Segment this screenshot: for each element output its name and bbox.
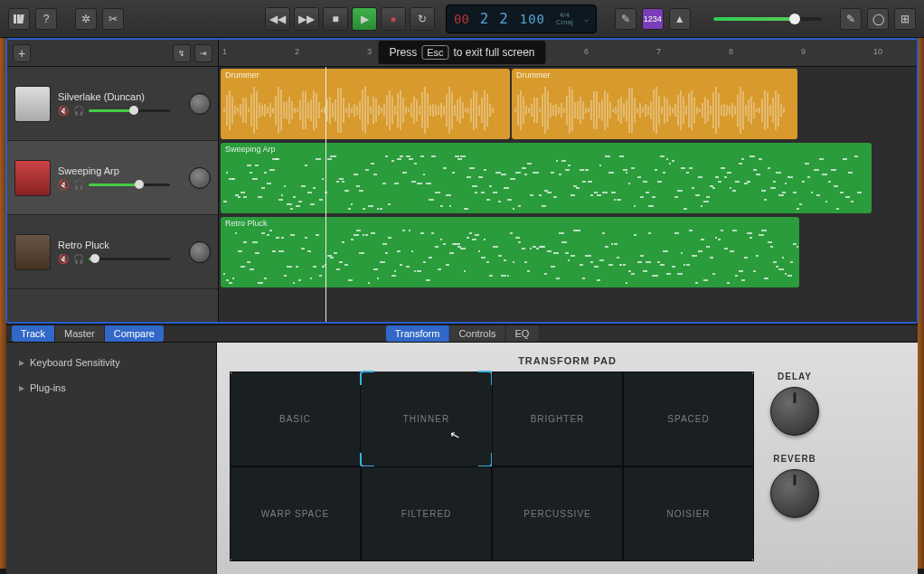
transform-pad-panel: TRANSFORM PAD BASICTHINNERBRIGHTERSPACED… <box>217 343 918 574</box>
track-instrument-icon <box>14 160 51 196</box>
quick-help-button[interactable]: ? <box>35 8 57 30</box>
center-tab-segment: TransformControlsEQ <box>386 325 539 342</box>
track-headers-column: Silverlake (Duncan) 🔇 🎧 Sweeping Arp 🔇 🎧… <box>7 67 219 322</box>
smart-controls-button[interactable]: ✲ <box>75 8 97 30</box>
lcd-key: Cmaj <box>556 19 573 26</box>
record-button[interactable]: ● <box>381 7 406 31</box>
track-instrument-icon <box>14 234 51 270</box>
editors-button[interactable]: ✂ <box>102 8 124 30</box>
track-header-0[interactable]: Silverlake (Duncan) 🔇 🎧 <box>7 67 218 141</box>
region-label: Sweeping Arp <box>225 145 276 154</box>
track-volume-slider[interactable] <box>89 183 170 186</box>
stop-button[interactable]: ■ <box>323 7 348 31</box>
automation-button[interactable]: ↯ <box>173 44 191 62</box>
tab-transform[interactable]: Transform <box>386 325 450 342</box>
playhead[interactable] <box>325 67 326 322</box>
mute-icon[interactable]: 🔇 <box>58 254 69 265</box>
tab-controls[interactable]: Controls <box>449 325 505 342</box>
track-name-label: Retro Pluck <box>58 240 178 250</box>
track-name-label: Silverlake (Duncan) <box>58 91 178 102</box>
lcd-display[interactable]: 00 2 2 100 4/4Cmaj ⌵ <box>446 5 597 33</box>
rewind-button[interactable]: ◀◀ <box>265 7 290 31</box>
cycle-button[interactable]: ↻ <box>410 7 435 31</box>
pad-cell-noisier[interactable]: NOISIER <box>623 466 754 561</box>
forward-button[interactable]: ▶▶ <box>294 7 319 31</box>
media-browser-button[interactable]: ⊞ <box>894 8 916 30</box>
smart-controls-panel: TrackMasterCompare TransformControlsEQ K… <box>6 325 918 569</box>
metronome-button[interactable]: ▲ <box>669 8 691 30</box>
pad-cell-percussive[interactable]: PERCUSSIVE <box>492 466 623 561</box>
smart-tabs-row: TrackMasterCompare TransformControlsEQ <box>6 325 918 343</box>
esc-key-icon: Esc <box>421 45 448 60</box>
fullscreen-hint: Press Esc to exit full screen <box>378 41 545 64</box>
pan-knob[interactable] <box>189 167 211 189</box>
track-header-1[interactable]: Sweeping Arp 🔇 🎧 <box>7 141 218 215</box>
transform-pad-title: TRANSFORM PAD <box>230 355 905 366</box>
retro-pluck-region[interactable]: Retro Pluck <box>221 217 799 287</box>
pad-cell-warp-space[interactable]: WARP SPACE <box>230 466 361 561</box>
pad-cell-filtered[interactable]: FILTERED <box>361 466 492 561</box>
delay-label: DELAY <box>778 372 812 381</box>
track-volume-slider[interactable] <box>89 258 170 260</box>
pad-cell-spaced[interactable]: SPACED <box>623 372 754 466</box>
transform-pad-grid[interactable]: BASICTHINNERBRIGHTERSPACEDWARP SPACEFILT… <box>230 372 754 561</box>
loop-browser-button[interactable]: ◯ <box>867 8 889 30</box>
arrangement-timeline[interactable]: Drummer Drummer Sweeping Arp Retro Pluck <box>219 67 917 322</box>
delay-knob[interactable] <box>770 387 819 436</box>
smart-sidebar: Keyboard SensitivityPlug-ins <box>6 343 217 574</box>
sweeping-arp-region[interactable]: Sweeping Arp <box>221 143 872 213</box>
count-in-button[interactable]: ✎ <box>615 8 636 30</box>
timeline-ruler[interactable]: 12345678910 <box>219 40 917 66</box>
drummer-region-2[interactable]: Drummer <box>512 69 797 139</box>
lcd-subbeat: 00 <box>454 12 469 26</box>
hint-pre: Press <box>389 46 417 59</box>
pad-cell-basic[interactable]: BASIC <box>230 372 361 466</box>
lcd-chevron-icon[interactable]: ⌵ <box>584 14 589 24</box>
track-volume-slider[interactable] <box>89 109 170 112</box>
pad-cell-thinner[interactable]: THINNER <box>361 372 492 466</box>
headphone-icon[interactable]: 🎧 <box>73 180 84 191</box>
track-name-label: Sweeping Arp <box>58 165 178 176</box>
pad-cell-brighter[interactable]: BRIGHTER <box>492 372 623 466</box>
region-label: Drummer <box>516 71 551 80</box>
svg-rect-0 <box>14 14 16 24</box>
pan-knob[interactable] <box>189 241 211 263</box>
tab-compare[interactable]: Compare <box>105 325 164 342</box>
pan-knob[interactable] <box>189 93 211 115</box>
track-header-2[interactable]: Retro Pluck 🔇 🎧 <box>7 215 218 289</box>
headphone-icon[interactable]: 🎧 <box>73 254 84 265</box>
region-label: Retro Pluck <box>225 219 268 228</box>
catch-button[interactable]: ⇥ <box>194 44 212 62</box>
tracks-area: + ↯ ⇥ 12345678910 Silverlake (Duncan) 🔇 … <box>5 38 919 324</box>
sidebar-item-keyboard-sensitivity[interactable]: Keyboard Sensitivity <box>6 350 216 375</box>
add-track-button[interactable]: + <box>13 44 31 62</box>
tuner-button[interactable]: 1234 <box>642 8 664 30</box>
track-instrument-icon <box>14 86 51 122</box>
mute-icon[interactable]: 🔇 <box>58 180 69 191</box>
region-label: Drummer <box>225 71 259 80</box>
reverb-label: REVERB <box>773 454 816 464</box>
lcd-tempo: 100 <box>520 13 545 25</box>
library-button[interactable] <box>8 8 30 30</box>
reverb-knob[interactable] <box>770 469 819 518</box>
headphone-icon[interactable]: 🎧 <box>73 106 84 117</box>
master-volume-slider[interactable] <box>713 17 822 21</box>
left-tab-segment: TrackMasterCompare <box>12 325 164 342</box>
notepad-button[interactable]: ✎ <box>840 8 862 30</box>
tab-master[interactable]: Master <box>55 325 105 342</box>
tab-eq[interactable]: EQ <box>505 325 538 342</box>
sidebar-item-plug-ins[interactable]: Plug-ins <box>6 375 216 400</box>
main-toolbar: ? ✲ ✂ ◀◀ ▶▶ ■ ▶ ● ↻ 00 2 2 100 4/4Cmaj ⌵… <box>0 0 924 38</box>
mute-icon[interactable]: 🔇 <box>58 106 69 117</box>
hint-post: to exit full screen <box>453 46 534 59</box>
track-list-header: + ↯ ⇥ <box>7 40 219 66</box>
lcd-position: 2 2 <box>480 10 509 27</box>
play-button[interactable]: ▶ <box>352 7 377 31</box>
drummer-region-1[interactable]: Drummer <box>221 69 510 139</box>
transport-controls: ◀◀ ▶▶ ■ ▶ ● ↻ <box>265 7 435 31</box>
tab-track[interactable]: Track <box>12 325 55 342</box>
svg-rect-2 <box>19 14 24 24</box>
